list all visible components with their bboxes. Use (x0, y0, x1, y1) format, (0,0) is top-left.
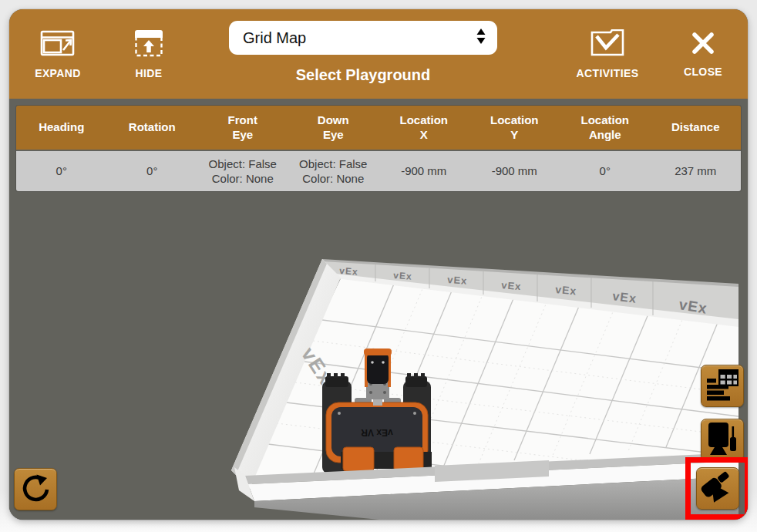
column-header-location-y: Location Y (469, 106, 560, 150)
close-button[interactable]: CLOSE (657, 9, 748, 99)
rotate-ccw-icon (19, 471, 52, 507)
playground-viewport[interactable]: vEx vEx vEx vEx vEx vEx vEx vEx (9, 99, 748, 520)
sensor-dashboard-icon (706, 369, 738, 403)
select-spinner-icon (476, 28, 486, 49)
expand-label: EXPAND (35, 67, 81, 79)
column-header-rotation: Rotation (107, 106, 198, 150)
hide-button[interactable]: HIDE (103, 9, 195, 99)
wall-logo: vEx (339, 265, 358, 278)
hide-panel-icon (133, 29, 164, 59)
camera-view-button[interactable] (696, 467, 739, 510)
playground-select-value: Grid Map (243, 29, 476, 47)
activities-folder-icon (590, 29, 625, 59)
camera-view-icon (701, 470, 735, 507)
robot-label: vEx VR (361, 427, 393, 438)
front-eye-value: Object: False Color: None (197, 151, 288, 191)
location-y-value: -900 mm (469, 151, 560, 191)
activities-button[interactable]: ACTIVITIES (561, 9, 654, 99)
close-x-icon (691, 31, 715, 58)
location-x-value: -900 mm (378, 151, 469, 191)
sensor-dashboard: Heading Rotation Front Eye Down Eye Loca… (16, 106, 741, 191)
heading-value: 0° (16, 151, 107, 191)
column-header-location-x: Location X (378, 106, 469, 150)
column-header-distance: Distance (651, 106, 742, 150)
wall-logo: vEx (555, 283, 577, 297)
column-header-front-eye: Front Eye (197, 106, 288, 150)
down-eye-value: Object: False Color: None (288, 151, 379, 191)
distance-value: 237 mm (651, 151, 742, 191)
column-header-down-eye: Down Eye (288, 106, 379, 150)
column-header-location-angle: Location Angle (560, 106, 651, 150)
location-angle-value: 0° (560, 151, 651, 191)
activities-label: ACTIVITIES (576, 67, 638, 79)
hide-label: HIDE (135, 67, 162, 79)
wall-logo: vEx (393, 270, 412, 282)
expand-button[interactable]: EXPAND (12, 9, 104, 99)
expand-window-icon (40, 29, 76, 59)
select-playground-title: Select Playground (229, 66, 497, 84)
playground-select[interactable]: Grid Map (229, 21, 497, 55)
wall-logo: vEx (447, 274, 468, 287)
sensor-values-row: 0° 0° Object: False Color: None Object: … (16, 150, 741, 191)
wall-logo: vEx (501, 279, 522, 292)
column-header-heading: Heading (16, 106, 107, 150)
camera-button-highlight (685, 457, 748, 520)
close-label: CLOSE (684, 66, 722, 78)
device-control-icon (706, 422, 738, 458)
toolbar: EXPAND HIDE Grid Map (9, 9, 748, 99)
sensor-dashboard-header: Heading Rotation Front Eye Down Eye Loca… (16, 106, 741, 150)
reset-view-button[interactable] (14, 468, 57, 510)
playground-window: EXPAND HIDE Grid Map (9, 9, 748, 520)
device-view-button[interactable] (701, 419, 744, 461)
rotation-value: 0° (107, 151, 198, 191)
sensor-dashboard-toggle-button[interactable] (701, 365, 744, 407)
